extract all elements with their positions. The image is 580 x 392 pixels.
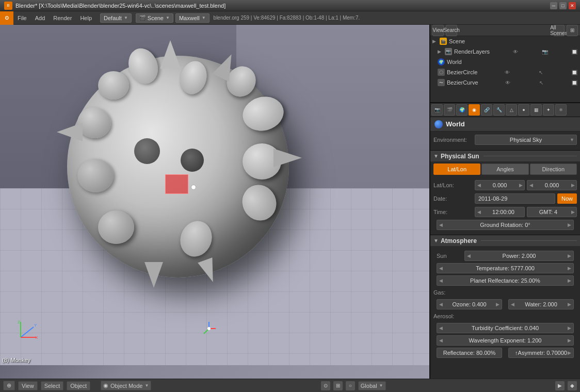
keyframe-icon[interactable]: ◆ (568, 381, 577, 390)
gmt-field[interactable]: GMT: 4 ▶ (527, 207, 577, 217)
render-engine-dropdown[interactable]: Default ▼ (100, 13, 132, 23)
arrow-left-icon[interactable]: ◀ (439, 278, 443, 283)
arrow-left-icon[interactable]: ◀ (475, 180, 482, 190)
lon-field[interactable]: ◀ 0.000 ▶ (527, 180, 577, 190)
tab-world[interactable]: 🌍 (456, 104, 468, 116)
tab-scene[interactable]: 🎬 (444, 104, 455, 116)
outliner-world[interactable]: 🌍 World (430, 57, 580, 67)
proportional-icon[interactable]: ○ (346, 381, 355, 390)
tab-textures[interactable]: ▦ (530, 104, 542, 116)
time-field[interactable]: ◀ 12:00:00 (475, 207, 525, 217)
minimize-button[interactable]: ─ (550, 2, 557, 9)
arrow-left-icon[interactable]: ◀ (439, 302, 443, 307)
add-menu[interactable]: Add (31, 11, 50, 25)
arrow-right-icon[interactable]: ▶ (568, 266, 571, 271)
asymmetry-field[interactable]: ↑Asymmetr: 0.70000 ▶ (508, 348, 574, 358)
tab-angles[interactable]: Angles (481, 164, 528, 175)
arrow-left-icon[interactable]: ◀ (439, 338, 443, 343)
reflectance-field[interactable]: Reflectance: 80.00% (437, 348, 502, 358)
outliner-beziercurve[interactable]: 〜 BezierCurve 👁 ↖ 🔲 (430, 77, 580, 88)
tab-data[interactable]: △ (506, 104, 517, 116)
3d-object (67, 56, 289, 277)
turbidity-field[interactable]: ◀ Turbidity Coefficient: 0.040 ▶ (437, 323, 574, 333)
water-field[interactable]: ◀ Water: 2.000 ▶ (508, 299, 574, 309)
arrow-left-icon[interactable]: ◀ (475, 207, 482, 217)
chevron-down-icon: ▼ (144, 383, 149, 388)
scene-dropdown[interactable]: 🎬 Scene ▼ (136, 13, 173, 23)
arrow-right-icon[interactable]: ▶ (568, 325, 571, 331)
mode-dropdown[interactable]: ◉ Object Mode ▼ (101, 381, 151, 390)
close-button[interactable]: ✕ (569, 2, 576, 9)
camera-icon[interactable]: 📷 (541, 48, 549, 55)
temperature-field[interactable]: ◀ Temperature: 5777.000 ▶ (437, 263, 574, 273)
object-button[interactable]: Object (67, 381, 90, 390)
eye-icon[interactable]: 👁 (512, 48, 519, 55)
render-icon[interactable]: 🔲 (571, 48, 578, 55)
arrow-right-icon[interactable]: ▶ (568, 278, 571, 283)
now-button[interactable]: Now (557, 193, 577, 204)
arrow-right-icon[interactable]: ▶ (568, 302, 571, 307)
gas-label-row: Gas: (433, 287, 577, 298)
tab-particles[interactable]: ✦ (543, 104, 554, 116)
outliner-renderlayers[interactable]: ▶ 📷 RenderLayers 👁 📷 🔲 (430, 46, 580, 57)
atmosphere-section-header[interactable]: ▼ Atmosphere (430, 235, 580, 246)
eye-icon[interactable]: 👁 (504, 69, 511, 76)
date-field[interactable]: 2011-08-29 (475, 193, 555, 204)
snap-icon[interactable]: ⊞ (333, 381, 343, 390)
arrow-left-icon[interactable]: ◀ (527, 180, 535, 190)
file-menu[interactable]: File (13, 11, 31, 25)
transform-dropdown[interactable]: Global ▼ (358, 381, 386, 390)
arrow-right-icon[interactable]: ▶ (569, 180, 576, 190)
eye-icon[interactable]: 👁 (504, 79, 511, 86)
tab-constraints[interactable]: 🔗 (481, 104, 492, 116)
tab-latlon[interactable]: Lat/Lon (433, 164, 480, 175)
outliner-beziercircle[interactable]: 〇 BezierCircle 👁 ↖ 🔲 (430, 67, 580, 77)
arrow-left-icon[interactable]: ◀ (511, 302, 514, 307)
view-button[interactable]: View (18, 381, 38, 390)
viewport-3d[interactable]: User Persp (0, 25, 430, 379)
tab-materials[interactable]: ● (518, 104, 529, 116)
arrow-left-icon[interactable]: ◀ (439, 266, 443, 271)
maximize-button[interactable]: □ (559, 2, 567, 9)
power-field[interactable]: ◀ Power: 2.000 ▶ (464, 251, 574, 261)
render-icon[interactable]: 🔲 (571, 69, 578, 76)
tab-object[interactable]: ◉ (469, 104, 480, 116)
wavelength-field[interactable]: ◀ Wavelength Exponent: 1.200 ▶ (437, 335, 574, 346)
planet-reflectance-field[interactable]: ◀ Planet Relfectance: 25.00% ▶ (437, 275, 574, 286)
arrow-right-icon[interactable]: ▶ (568, 338, 571, 343)
search-button[interactable]: Search (446, 25, 457, 36)
arrow-right-icon[interactable]: ▶ (568, 222, 571, 227)
cursor-icon[interactable]: ↖ (538, 79, 545, 86)
arrow-right-icon[interactable]: ▶ (496, 302, 500, 307)
tab-modifiers[interactable]: 🔧 (493, 104, 505, 116)
render-icon[interactable]: 🔲 (571, 79, 578, 86)
arrow-right-icon[interactable]: ▶ (568, 253, 571, 258)
timeline-icon[interactable]: ▶ (555, 381, 565, 390)
arrow-left-icon[interactable]: ◀ (439, 222, 443, 227)
arrow-right-icon[interactable]: ▶ (568, 350, 571, 355)
arrow-right-icon[interactable]: ▶ (517, 180, 524, 190)
arrow-left-icon[interactable]: ◀ (439, 325, 443, 331)
render-menu[interactable]: Render (49, 11, 76, 25)
help-menu[interactable]: Help (76, 11, 96, 25)
cursor-icon[interactable]: ↖ (537, 69, 544, 76)
expand-button[interactable]: ⊞ (567, 25, 578, 36)
ozone-field[interactable]: ◀ Ozone: 0.400 ▶ (437, 299, 502, 309)
view-button[interactable]: View (432, 25, 444, 36)
outliner-scene[interactable]: ▶ 🎬 Scene (430, 36, 580, 46)
arrow-right-icon[interactable]: ▶ (569, 207, 576, 217)
tab-direction[interactable]: Direction (530, 164, 577, 175)
all-scenes-button[interactable]: All Scenes (553, 25, 565, 36)
arrow-left-icon[interactable]: ◀ (467, 253, 471, 258)
pivot-icon[interactable]: ⊙ (321, 381, 330, 390)
context-icon[interactable]: ⊕ (3, 381, 15, 390)
lat-field[interactable]: ◀ 0.000 ▶ (475, 180, 525, 190)
maxwell-dropdown[interactable]: Maxwell ▼ (175, 13, 210, 23)
ground-rotation-field[interactable]: ◀ Ground Rotation: 0° ▶ (437, 220, 574, 230)
tab-render[interactable]: 📷 (431, 104, 443, 116)
tab-physics[interactable]: ⚛ (555, 104, 567, 116)
environment-dropdown[interactable]: Physical Sky ▼ (475, 135, 577, 145)
physical-sun-section-header[interactable]: ▼ Physical Sun (430, 150, 580, 161)
select-button[interactable]: Select (41, 381, 64, 390)
curve-icon: 〜 (438, 79, 445, 86)
